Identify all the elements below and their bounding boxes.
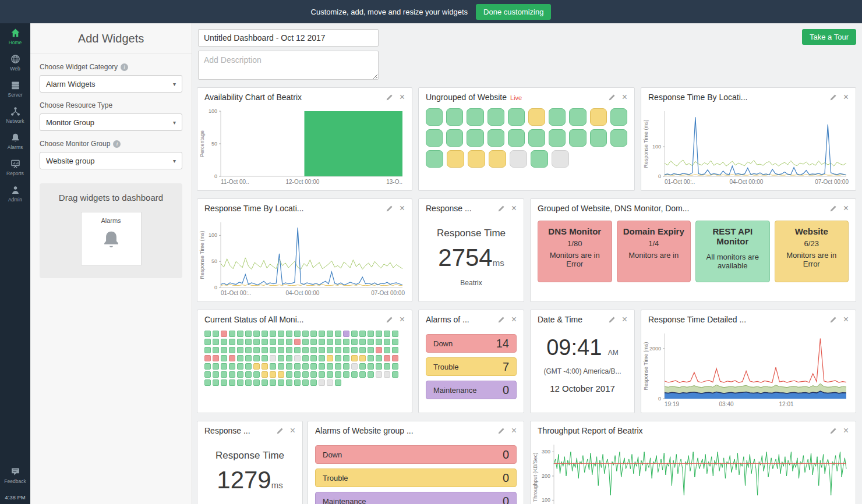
- status-tile[interactable]: [552, 150, 569, 168]
- status-tile[interactable]: [221, 363, 227, 370]
- status-tile[interactable]: [253, 371, 260, 378]
- sidebar-item-reports[interactable]: Reports: [0, 154, 30, 180]
- status-tile[interactable]: [359, 339, 366, 345]
- status-tile[interactable]: [310, 347, 317, 353]
- status-tile[interactable]: [467, 129, 483, 147]
- status-tile[interactable]: [368, 347, 374, 353]
- status-tile[interactable]: [446, 108, 463, 126]
- status-tile[interactable]: [590, 129, 607, 147]
- status-tile[interactable]: [213, 363, 219, 370]
- group-tile-dns-monitor[interactable]: DNS Monitor 1/80 Monitors are in Error: [538, 221, 612, 282]
- edit-widget-icon[interactable]: [386, 205, 393, 212]
- status-tile[interactable]: [294, 347, 301, 353]
- status-tile[interactable]: [343, 331, 349, 337]
- widget-response-time-number-2[interactable]: Response ... × Response Time 1279ms: [197, 421, 303, 504]
- status-tile[interactable]: [302, 347, 309, 353]
- status-tile[interactable]: [319, 371, 325, 378]
- alarm-row-trouble[interactable]: Trouble7: [426, 357, 517, 376]
- status-tile[interactable]: [368, 363, 374, 370]
- dashboard-title-input[interactable]: [198, 29, 379, 47]
- alarm-row-trouble[interactable]: Trouble0: [315, 468, 517, 487]
- status-tile[interactable]: [327, 355, 333, 361]
- status-tile[interactable]: [245, 331, 252, 337]
- widget-response-time-number-1[interactable]: Response ... × Response Time 2754ms Beat…: [418, 198, 524, 302]
- status-tile[interactable]: [319, 379, 325, 386]
- widget-alarms-summary[interactable]: Alarms of ... × Down14 Trouble7 Maintena…: [418, 310, 524, 413]
- status-tile[interactable]: [245, 371, 252, 378]
- status-tile[interactable]: [286, 331, 292, 337]
- status-tile[interactable]: [528, 108, 545, 126]
- status-tile[interactable]: [351, 347, 358, 353]
- status-tile[interactable]: [359, 355, 366, 361]
- status-tile[interactable]: [343, 347, 349, 353]
- status-tile[interactable]: [319, 347, 325, 353]
- status-tile[interactable]: [302, 363, 309, 370]
- status-tile[interactable]: [335, 363, 341, 370]
- close-widget-icon[interactable]: ×: [622, 93, 627, 101]
- status-tile[interactable]: [351, 355, 358, 361]
- status-tile[interactable]: [278, 347, 284, 353]
- close-widget-icon[interactable]: ×: [843, 315, 849, 324]
- status-tile[interactable]: [368, 355, 374, 361]
- status-tile[interactable]: [278, 331, 284, 337]
- status-tile[interactable]: [343, 363, 349, 370]
- status-tile[interactable]: [310, 363, 317, 370]
- status-tile[interactable]: [384, 355, 390, 361]
- alarm-row-maintenance[interactable]: Maintenance0: [426, 381, 517, 399]
- status-tile[interactable]: [302, 355, 309, 361]
- status-tile[interactable]: [237, 371, 243, 378]
- status-tile[interactable]: [447, 150, 464, 168]
- monitor-group-select[interactable]: Website group ▾: [40, 152, 182, 169]
- status-tile[interactable]: [286, 339, 292, 345]
- status-tile[interactable]: [343, 355, 349, 361]
- status-tile[interactable]: [392, 355, 398, 361]
- status-tile[interactable]: [253, 339, 260, 345]
- status-tile[interactable]: [610, 108, 627, 126]
- status-tile[interactable]: [245, 363, 252, 370]
- status-tile[interactable]: [278, 339, 284, 345]
- close-widget-icon[interactable]: ×: [511, 315, 517, 324]
- status-tile[interactable]: [294, 339, 301, 345]
- edit-widget-icon[interactable]: [497, 316, 505, 324]
- status-tile[interactable]: [237, 363, 243, 370]
- status-tile[interactable]: [510, 150, 527, 168]
- edit-widget-icon[interactable]: [497, 205, 505, 212]
- status-tile[interactable]: [278, 363, 284, 370]
- status-tile[interactable]: [286, 379, 292, 386]
- status-tile[interactable]: [351, 339, 358, 345]
- status-tile[interactable]: [253, 379, 260, 386]
- status-tile[interactable]: [237, 355, 243, 361]
- info-icon[interactable]: i: [113, 140, 121, 148]
- edit-widget-icon[interactable]: [829, 427, 837, 435]
- close-widget-icon[interactable]: ×: [843, 93, 849, 101]
- widget-response-time-by-location-2[interactable]: Response Time By Locati... × 050100Respo…: [197, 198, 412, 302]
- status-tile[interactable]: [426, 129, 443, 147]
- status-tile[interactable]: [302, 379, 309, 386]
- status-tile[interactable]: [204, 355, 211, 361]
- status-tile[interactable]: [467, 108, 483, 126]
- status-tile[interactable]: [278, 371, 284, 378]
- status-tile[interactable]: [508, 108, 525, 126]
- status-tile[interactable]: [426, 108, 443, 126]
- status-tile[interactable]: [204, 339, 211, 345]
- status-tile[interactable]: [368, 339, 374, 345]
- status-tile[interactable]: [468, 150, 485, 168]
- status-tile[interactable]: [229, 379, 235, 386]
- status-tile[interactable]: [335, 355, 341, 361]
- status-tile[interactable]: [384, 371, 390, 378]
- status-tile[interactable]: [531, 150, 548, 168]
- status-tile[interactable]: [327, 379, 333, 386]
- status-tile[interactable]: [262, 339, 268, 345]
- status-tile[interactable]: [489, 150, 506, 168]
- status-tile[interactable]: [487, 108, 504, 126]
- status-tile[interactable]: [335, 379, 341, 386]
- status-tile[interactable]: [270, 339, 276, 345]
- status-tile[interactable]: [270, 355, 276, 361]
- status-tile[interactable]: [221, 331, 227, 337]
- edit-widget-icon[interactable]: [497, 427, 505, 435]
- status-tile[interactable]: [351, 363, 358, 370]
- sidebar-item-home[interactable]: Home: [0, 23, 30, 49]
- widget-grouped-monitors[interactable]: Grouped of Website, DNS Monitor, Dom... …: [530, 198, 856, 302]
- edit-widget-icon[interactable]: [829, 205, 837, 212]
- status-tile[interactable]: [319, 339, 325, 345]
